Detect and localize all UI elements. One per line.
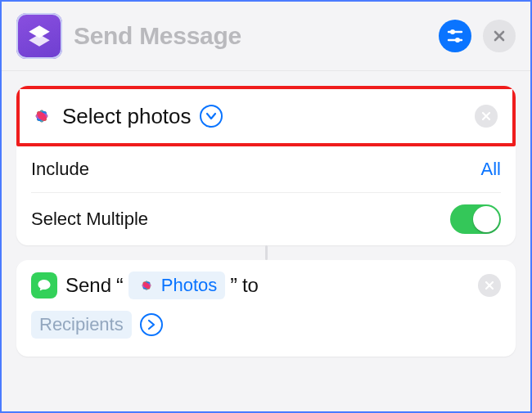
select-photos-action-card: Select photos [16, 86, 516, 245]
messages-app-icon [31, 272, 57, 299]
recipients-placeholder-token[interactable]: Recipients [31, 311, 132, 339]
select-multiple-toggle[interactable] [450, 204, 501, 234]
remove-action-button[interactable] [478, 274, 501, 297]
shortcut-editor: Send Message [0, 0, 532, 413]
select-multiple-label: Select Multiple [31, 209, 148, 230]
open-quote: “ [116, 273, 124, 299]
shortcut-title[interactable]: Send Message [74, 22, 427, 50]
toggle-knob [473, 206, 499, 232]
svg-point-2 [450, 29, 455, 34]
recipients-token-label: Recipients [39, 314, 124, 335]
chevron-right-icon [146, 319, 157, 330]
photos-app-icon [28, 102, 56, 130]
highlight-annotation: Select photos [16, 86, 516, 146]
close-quote: ” [230, 273, 237, 299]
close-icon [493, 29, 506, 43]
send-message-row[interactable]: Send “ [31, 272, 501, 299]
photos-app-icon [137, 276, 156, 295]
remove-action-button[interactable] [475, 105, 498, 128]
sliders-icon [445, 26, 465, 46]
close-icon [481, 111, 491, 121]
speech-bubble-icon [37, 278, 52, 293]
close-icon [485, 281, 494, 290]
settings-button[interactable] [439, 20, 471, 52]
expand-parameters-button[interactable] [200, 105, 223, 128]
close-button[interactable] [483, 20, 516, 52]
select-photos-row[interactable]: Select photos [20, 89, 512, 143]
action-stack: Select photos [2, 71, 530, 411]
send-to-label: to [242, 274, 259, 297]
header: Send Message [2, 2, 530, 71]
send-prefix: Send [65, 274, 111, 297]
shortcut-app-icon [16, 13, 62, 59]
layers-icon [25, 22, 53, 50]
action-connector [16, 245, 516, 260]
chevron-down-icon [205, 110, 217, 122]
select-multiple-row: Select Multiple [16, 193, 516, 245]
expand-send-parameters-button[interactable] [140, 313, 163, 336]
photos-variable-token[interactable]: Photos [128, 272, 226, 299]
include-label: Include [31, 159, 89, 180]
send-message-action-card: Send “ [16, 260, 516, 357]
svg-point-3 [455, 38, 460, 43]
include-row[interactable]: Include All [16, 146, 516, 192]
select-photos-label: Select photos [62, 104, 192, 129]
include-value: All [481, 159, 501, 180]
photos-token-label: Photos [161, 275, 218, 296]
